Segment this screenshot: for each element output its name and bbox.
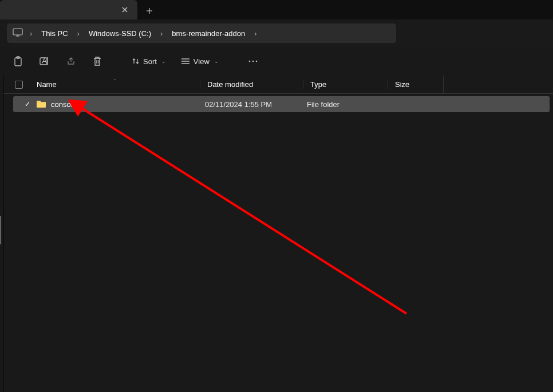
svg-rect-1 — [15, 58, 21, 66]
svg-point-6 — [252, 61, 254, 62]
chevron-down-icon: ⌄ — [161, 58, 166, 64]
sort-label: Sort — [143, 57, 157, 66]
sidebar-scrollbar[interactable] — [0, 216, 1, 244]
content-area: ⌃ Name Date modified Type Size ✓ console… — [0, 76, 553, 392]
file-date-cell: 02/11/2024 1:55 PM — [205, 100, 307, 109]
svg-text:A: A — [42, 57, 47, 65]
chevron-right-icon: › — [253, 29, 258, 38]
file-type-cell: File folder — [307, 100, 392, 109]
chevron-right-icon: › — [76, 29, 81, 38]
svg-point-7 — [255, 61, 257, 62]
column-header-type[interactable]: Type — [303, 80, 388, 89]
svg-rect-0 — [13, 29, 22, 35]
paste-button[interactable] — [7, 51, 30, 72]
folder-icon — [36, 100, 46, 108]
delete-button[interactable] — [86, 51, 109, 72]
breadcrumb-item-drive[interactable]: Windows-SSD (C:) — [86, 28, 153, 39]
view-button[interactable]: View ⌄ — [175, 51, 224, 72]
address-bar: › This PC › Windows-SSD (C:) › bms-remai… — [0, 19, 553, 47]
column-header-name[interactable]: ⌃ Name — [30, 80, 200, 89]
file-list: ⌃ Name Date modified Type Size ✓ console… — [3, 76, 553, 392]
chevron-down-icon: ⌄ — [214, 58, 219, 64]
sort-asc-icon: ⌃ — [113, 78, 117, 84]
chevron-right-icon: › — [29, 29, 33, 38]
column-header-size[interactable]: Size — [388, 80, 443, 89]
toolbar: A Sort ⌄ View ⌄ — [0, 47, 553, 76]
svg-point-5 — [248, 61, 250, 62]
breadcrumb-item-this-pc[interactable]: This PC — [39, 28, 70, 39]
file-row[interactable]: ✓ console 02/11/2024 1:55 PM File folder — [13, 96, 550, 112]
file-name-cell: console — [36, 100, 205, 109]
column-header-date[interactable]: Date modified — [200, 80, 303, 89]
breadcrumb[interactable]: › This PC › Windows-SSD (C:) › bms-remai… — [7, 23, 396, 43]
check-icon: ✓ — [25, 100, 30, 108]
column-headers: ⌃ Name Date modified Type Size — [3, 76, 553, 94]
sort-icon — [132, 57, 140, 65]
breadcrumb-item-folder[interactable]: bms-remainder-addon — [169, 28, 247, 39]
active-tab[interactable] — [0, 0, 137, 19]
rename-button[interactable]: A — [33, 51, 56, 72]
new-tab-button[interactable] — [140, 2, 159, 19]
tab-bar — [0, 0, 553, 19]
close-tab-icon[interactable] — [120, 5, 129, 14]
pc-icon — [13, 28, 23, 39]
more-button[interactable] — [242, 51, 264, 72]
share-button[interactable] — [60, 51, 82, 72]
view-icon — [181, 58, 190, 65]
sort-button[interactable]: Sort ⌄ — [126, 51, 172, 72]
file-name-label: console — [51, 100, 77, 109]
row-checkbox[interactable]: ✓ — [25, 100, 36, 108]
view-label: View — [193, 57, 210, 66]
sidebar-collapsed — [0, 76, 3, 392]
select-all-checkbox[interactable] — [15, 81, 30, 89]
chevron-right-icon: › — [159, 29, 164, 38]
